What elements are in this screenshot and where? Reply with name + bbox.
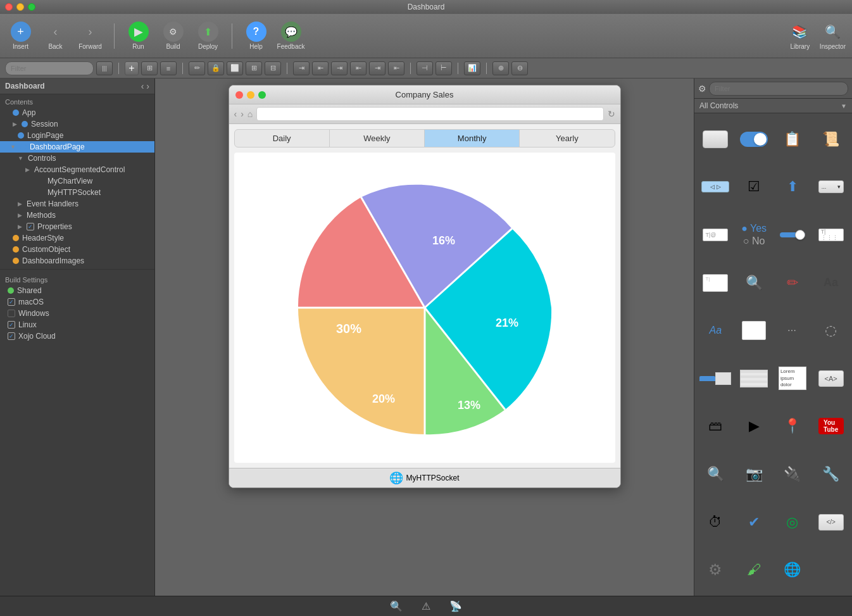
right-filter-input[interactable] [709, 82, 848, 96]
back-button[interactable]: ‹ Back [41, 22, 70, 50]
ctrl-whitebox[interactable] [736, 307, 773, 354]
ctrl-screencap[interactable]: 📷 [736, 451, 773, 498]
ctrl-radio[interactable]: ● Yes○ No [736, 211, 773, 258]
ctrl-map[interactable]: 📍 [774, 403, 811, 450]
sidebar-item-shared[interactable]: Shared [0, 285, 154, 296]
tab-btn4[interactable]: ⇤ [350, 61, 366, 75]
gear-icon[interactable]: ⚙ [698, 84, 706, 94]
sidebar-forward-icon[interactable]: › [146, 81, 149, 91]
ctrl-checkbox[interactable]: ☑ [736, 164, 773, 211]
seg-monthly[interactable]: Monthly [425, 130, 520, 147]
ctrl-textfield[interactable]: T|@ [697, 211, 734, 258]
ctrl-listbox2[interactable]: 🗃 [697, 403, 734, 450]
pen-button[interactable]: ✏ [189, 61, 205, 75]
ctrl-label[interactable]: Aa [812, 260, 849, 306]
deploy-button[interactable]: ⬆ Deploy [194, 22, 222, 50]
ctrl-scroll[interactable]: 📜 [812, 116, 849, 163]
tab-btn2[interactable]: ⇤ [312, 61, 329, 75]
sidebar-item-dashboardimages[interactable]: DashboardImages [0, 255, 154, 267]
minimize-button[interactable] [16, 3, 24, 11]
tab-btn3[interactable]: ⇥ [331, 61, 348, 75]
grid-view-button[interactable]: ⊞ [141, 61, 158, 75]
ctrl-search[interactable]: 🔍 [736, 260, 773, 306]
filter-options-button[interactable]: ||| [96, 61, 113, 75]
sidebar-item-loginpage[interactable]: LoginPage [0, 130, 154, 141]
close-button[interactable] [5, 3, 13, 11]
extra-btn2[interactable]: ⊖ [511, 61, 528, 75]
ctrl-table[interactable]: 📋 [774, 116, 811, 163]
mock-max[interactable] [258, 91, 266, 99]
ctrl-textarea[interactable]: T| [697, 260, 734, 306]
mock-min[interactable] [247, 91, 254, 99]
ctrl-textfield2[interactable]: T|⋮⋮⋮ [812, 211, 849, 258]
group-button[interactable]: ⊞ [246, 61, 262, 75]
ctrl-usb[interactable]: 🔌 [774, 451, 811, 498]
ctrl-spinner[interactable]: ◌ [812, 307, 849, 354]
inspector-button[interactable]: 🔍 Inspector [820, 22, 846, 50]
ctrl-globe[interactable]: 🌐 [774, 546, 811, 593]
ctrl-tabpanel[interactable] [697, 355, 734, 402]
sidebar-back-icon[interactable]: ‹ [141, 81, 144, 91]
ctrl-workflow[interactable]: ✔ [736, 499, 773, 546]
sidebar-item-headerstyle[interactable]: HeaderStyle [0, 232, 154, 244]
sidebar-item-macos[interactable]: ✓ macOS [0, 296, 154, 308]
forward-button[interactable]: › Forward [76, 22, 104, 50]
mock-forward-icon[interactable]: › [241, 109, 244, 119]
sidebar-item-controls[interactable]: ▼ Controls [0, 153, 154, 164]
ctrl-crayon[interactable]: 🖌 [736, 546, 773, 593]
ctrl-button[interactable] [697, 116, 734, 163]
select-button[interactable]: ⬜ [227, 61, 243, 75]
ctrl-dots[interactable]: ⋯ [774, 307, 811, 354]
seg-weekly[interactable]: Weekly [330, 130, 425, 147]
ctrl-upload[interactable]: ⬆ [774, 164, 811, 211]
add-button[interactable]: + [125, 61, 139, 75]
insert-button[interactable]: + Insert [6, 22, 35, 50]
mock-reload-icon[interactable]: ↻ [608, 109, 615, 119]
chart-button[interactable]: 📊 [464, 61, 480, 75]
maximize-button[interactable] [28, 3, 35, 11]
ctrl-xmlparser[interactable]: </> [812, 499, 849, 546]
rss-icon[interactable]: 📡 [449, 600, 462, 612]
ctrl-database[interactable]: 🔍 [697, 451, 734, 498]
ctrl-richtextbox[interactable]: Aa [697, 307, 734, 354]
ctrl-youtube[interactable]: YouTube [812, 403, 849, 450]
sidebar-item-customobject[interactable]: CustomObject [0, 244, 154, 255]
controls-dropdown[interactable]: All Controls ▼ [694, 99, 852, 113]
mock-url-input[interactable] [256, 107, 603, 121]
ctrl-dropdown[interactable]: ...▾ [812, 164, 849, 211]
ctrl-slider[interactable] [774, 211, 811, 258]
sidebar-item-accountsegmented[interactable]: ▶ AccountSegmentedControl [0, 164, 154, 175]
run-button[interactable]: ▶ Run [124, 22, 153, 50]
sidebar-item-properties[interactable]: ▶ ✓ Properties [0, 221, 154, 232]
align-left[interactable]: ⊣ [417, 61, 433, 75]
seg-daily[interactable]: Daily [235, 130, 330, 147]
ctrl-gps[interactable]: ◎ [774, 499, 811, 546]
align-button[interactable]: ⊟ [265, 61, 281, 75]
sidebar-item-app[interactable]: App [0, 107, 154, 118]
help-button[interactable]: ? Help [242, 22, 270, 50]
tab-btn5[interactable]: ⇥ [369, 61, 385, 75]
build-button[interactable]: ⚙ Build [159, 22, 187, 50]
warning-icon[interactable]: ⚠ [422, 600, 430, 612]
sidebar-item-dashboardpage[interactable]: ▼ DashboardPage [0, 141, 154, 153]
mock-home-icon[interactable]: ⌂ [247, 109, 253, 119]
sidebar-item-session[interactable]: ▶ Session [0, 118, 154, 130]
feedback-button[interactable]: 💬 Feedback [277, 22, 305, 50]
align-right[interactable]: ⊢ [435, 61, 452, 75]
extra-btn1[interactable]: ⊕ [492, 61, 509, 75]
ctrl-striped[interactable] [736, 355, 773, 402]
ctrl-serial[interactable]: 🔧 [812, 451, 849, 498]
list-view-button[interactable]: ≡ [160, 61, 177, 75]
sidebar-item-myhttpsocket[interactable]: MyHTTPSocket [0, 187, 154, 198]
lock-button[interactable]: 🔒 [208, 61, 224, 75]
seg-yearly[interactable]: Yearly [520, 130, 614, 147]
sidebar-item-windows[interactable]: Windows [0, 308, 154, 319]
mock-back-icon[interactable]: ‹ [234, 109, 237, 119]
ctrl-textlist[interactable]: Loremipsumdolor [774, 355, 811, 402]
sidebar-item-linux[interactable]: ✓ Linux [0, 319, 154, 330]
library-button[interactable]: 📚 Library [790, 22, 810, 50]
ctrl-segmented[interactable]: ◁ ▷ [697, 164, 734, 211]
ctrl-toggle[interactable] [736, 116, 773, 163]
filter-input[interactable] [5, 61, 94, 75]
search-icon[interactable]: 🔍 [390, 600, 403, 612]
